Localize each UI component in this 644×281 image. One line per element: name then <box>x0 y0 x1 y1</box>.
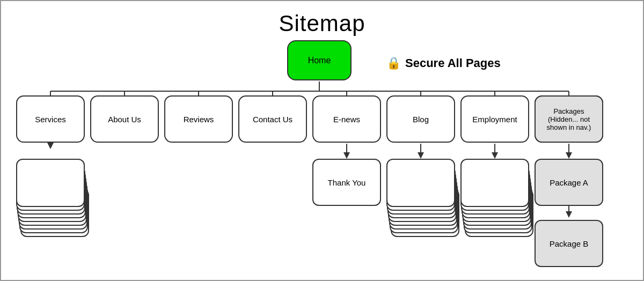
nav-item-reviews[interactable]: Reviews <box>164 95 233 143</box>
svg-marker-10 <box>47 143 54 149</box>
nav-item-packages-box[interactable]: Packages (Hidden... not shown in nav.) <box>535 95 603 143</box>
nav-item-enews[interactable]: E-news <box>312 95 381 143</box>
lock-icon: 🔒 <box>386 56 401 70</box>
page-title: Sitemap <box>1 1 643 42</box>
nav-item-blog[interactable]: Blog <box>386 95 455 143</box>
nav-item-contact[interactable]: Contact Us <box>238 95 307 143</box>
svg-marker-16 <box>492 152 498 159</box>
svg-marker-20 <box>566 211 572 218</box>
package-a[interactable]: Package A <box>535 159 603 206</box>
svg-marker-14 <box>418 152 424 159</box>
home-node[interactable]: Home <box>287 40 352 80</box>
svg-marker-18 <box>566 152 572 159</box>
nav-item-services[interactable]: Services <box>16 95 85 143</box>
secure-area: 🔒 Secure All Pages <box>386 56 501 70</box>
svg-marker-12 <box>343 152 350 159</box>
secure-label: Secure All Pages <box>405 56 501 70</box>
nav-item-about[interactable]: About Us <box>90 95 159 143</box>
enews-thank-you[interactable]: Thank You <box>312 159 381 206</box>
nav-item-employment[interactable]: Employment <box>460 95 529 143</box>
nav-row: Services About Us Reviews Contact Us E-n… <box>16 95 603 143</box>
package-b[interactable]: Package B <box>535 220 603 267</box>
